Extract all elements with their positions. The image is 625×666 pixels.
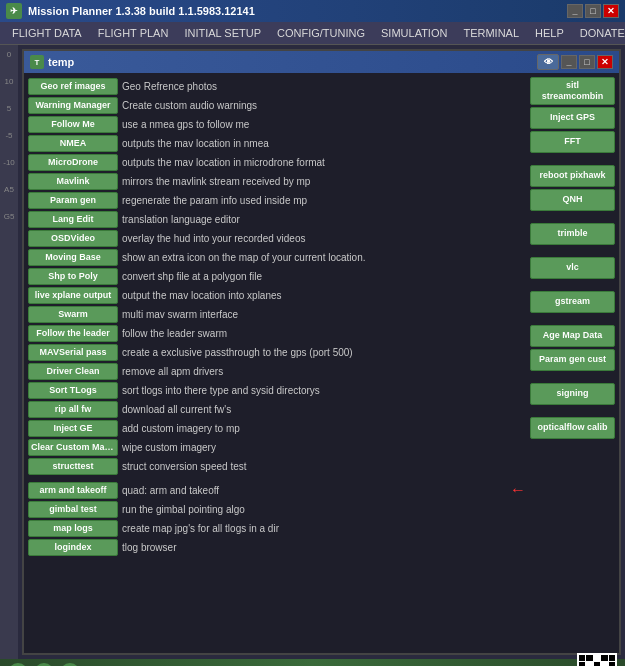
menu-description: create a exclusive passthrough to the gp… bbox=[122, 347, 526, 358]
menu-item-initial-setup[interactable]: INITIAL SETUP bbox=[176, 24, 269, 42]
menu-item-simulation[interactable]: SIMULATION bbox=[373, 24, 455, 42]
inner-window-icon: T bbox=[30, 55, 44, 69]
inner-close-button[interactable]: ✕ bbox=[597, 55, 613, 69]
menu-item-help[interactable]: HELP bbox=[527, 24, 572, 42]
menu-button-arm-and-takeoff[interactable]: arm and takeoff bbox=[28, 482, 118, 499]
menu-description: follow the leader swarm bbox=[122, 328, 526, 339]
menu-row: OSDVideooverlay the hud into your record… bbox=[28, 229, 526, 247]
menu-row: Mavlinkmirrors the mavlink stream receiv… bbox=[28, 172, 526, 190]
menu-description: remove all apm drivers bbox=[122, 366, 526, 377]
close-button[interactable]: ✕ bbox=[603, 4, 619, 18]
menu-description: outputs the mav location in nmea bbox=[122, 138, 526, 149]
menu-row: Driver Cleanremove all apm drivers bbox=[28, 362, 526, 380]
bottom-bar: 🚁 ✈ 🛩 模友之家 bbox=[0, 659, 625, 666]
menu-row: arm and takeoffquad: arm and takeoff← bbox=[28, 481, 526, 499]
right-button-qnh[interactable]: QNH bbox=[530, 189, 615, 211]
menu-button-driver-clean[interactable]: Driver Clean bbox=[28, 363, 118, 380]
menu-row: Swarmmulti mav swarm interface bbox=[28, 305, 526, 323]
menu-button-lang-edit[interactable]: Lang Edit bbox=[28, 211, 118, 228]
right-button-age-map-data[interactable]: Age Map Data bbox=[530, 325, 615, 347]
right-spacer-15 bbox=[530, 373, 615, 381]
maximize-button[interactable]: □ bbox=[585, 4, 601, 18]
qr-code bbox=[577, 653, 617, 666]
menu-description: multi mav swarm interface bbox=[122, 309, 526, 320]
menu-button-sort-tlogs[interactable]: Sort TLogs bbox=[28, 382, 118, 399]
menu-button-osdvideo[interactable]: OSDVideo bbox=[28, 230, 118, 247]
menu-button-follow-me[interactable]: Follow Me bbox=[28, 116, 118, 133]
menu-description: download all current fw's bbox=[122, 404, 526, 415]
menu-button-geo-ref-images[interactable]: Geo ref images bbox=[28, 78, 118, 95]
right-spacer-3 bbox=[530, 155, 615, 163]
menu-row: logindextlog browser bbox=[28, 538, 526, 556]
row-spacer-21 bbox=[28, 476, 526, 480]
menu-row: Follow Meuse a nmea gps to follow me bbox=[28, 115, 526, 133]
menu-item-config-tuning[interactable]: CONFIG/TUNING bbox=[269, 24, 373, 42]
menu-description: use a nmea gps to follow me bbox=[122, 119, 526, 130]
right-spacer-6 bbox=[530, 213, 615, 221]
menu-row: Clear Custom Mapswipe custom imagery bbox=[28, 438, 526, 456]
menu-row: Warning ManagerCreate custom audio warni… bbox=[28, 96, 526, 114]
menu-row: Follow the leaderfollow the leader swarm bbox=[28, 324, 526, 342]
right-button-param-gen-cust[interactable]: Param gen cust bbox=[530, 349, 615, 371]
menu-button-inject-ge[interactable]: Inject GE bbox=[28, 420, 118, 437]
menu-button-moving-base[interactable]: Moving Base bbox=[28, 249, 118, 266]
inner-minimize-button[interactable]: _ bbox=[561, 55, 577, 69]
menu-row: structteststruct conversion speed test bbox=[28, 457, 526, 475]
menu-button-gimbal-test[interactable]: gimbal test bbox=[28, 501, 118, 518]
arrow-annotation-icon: ← bbox=[510, 481, 526, 499]
menu-row: Param genregenerate the param info used … bbox=[28, 191, 526, 209]
menu-row: MAVSerial passcreate a exclusive passthr… bbox=[28, 343, 526, 361]
menu-description: wipe custom imagery bbox=[122, 442, 526, 453]
menu-description: sort tlogs into there type and sysid dir… bbox=[122, 385, 526, 396]
menu-row: gimbal testrun the gimbal pointing algo bbox=[28, 500, 526, 518]
right-button-opticalflow-calib[interactable]: opticalflow calib bbox=[530, 417, 615, 439]
menu-row: rip all fwdownload all current fw's bbox=[28, 400, 526, 418]
eye-button[interactable]: 👁 bbox=[537, 54, 559, 70]
menu-row: Inject GEadd custom imagery to mp bbox=[28, 419, 526, 437]
menu-button-follow-the-leader[interactable]: Follow the leader bbox=[28, 325, 118, 342]
content-area: Geo ref imagesGeo Refrence photosWarning… bbox=[24, 73, 619, 653]
right-spacer-12 bbox=[530, 315, 615, 323]
menu-button-shp-to-poly[interactable]: Shp to Poly bbox=[28, 268, 118, 285]
menu-item-donate[interactable]: DONATE bbox=[572, 24, 625, 42]
menu-button-microdrone[interactable]: MicroDrone bbox=[28, 154, 118, 171]
menu-button-structtest[interactable]: structtest bbox=[28, 458, 118, 475]
main-content: 0 10 5 -5 -10 A5 G5 T temp 👁 _ □ ✕ bbox=[0, 45, 625, 659]
right-button-reboot-pixhawk[interactable]: reboot pixhawk bbox=[530, 165, 615, 187]
right-button-fft[interactable]: FFT bbox=[530, 131, 615, 153]
menu-item-flight-plan[interactable]: FLIGHT PLAN bbox=[90, 24, 177, 42]
right-button-gstream[interactable]: gstream bbox=[530, 291, 615, 313]
menu-button-swarm[interactable]: Swarm bbox=[28, 306, 118, 323]
menu-description: tlog browser bbox=[122, 542, 526, 553]
menu-button-live-xplane-output[interactable]: live xplane output bbox=[28, 287, 118, 304]
menu-button-logindex[interactable]: logindex bbox=[28, 539, 118, 556]
menu-description: quad: arm and takeoff bbox=[122, 485, 502, 496]
right-button-trimble[interactable]: trimble bbox=[530, 223, 615, 245]
menu-button-mavlink[interactable]: Mavlink bbox=[28, 173, 118, 190]
minimize-button[interactable]: _ bbox=[567, 4, 583, 18]
inner-title-bar: T temp 👁 _ □ ✕ bbox=[24, 51, 619, 73]
menu-button-param-gen[interactable]: Param gen bbox=[28, 192, 118, 209]
right-button-vlc[interactable]: vlc bbox=[530, 257, 615, 279]
menu-button-mavserial-pass[interactable]: MAVSerial pass bbox=[28, 344, 118, 361]
menu-description: Create custom audio warnings bbox=[122, 100, 526, 111]
menu-description: Geo Refrence photos bbox=[122, 81, 526, 92]
menu-item-terminal[interactable]: TERMINAL bbox=[455, 24, 527, 42]
inner-maximize-button[interactable]: □ bbox=[579, 55, 595, 69]
menu-description: outputs the mav location in microdrone f… bbox=[122, 157, 526, 168]
menu-button-map-logs[interactable]: map logs bbox=[28, 520, 118, 537]
menu-description: add custom imagery to mp bbox=[122, 423, 526, 434]
right-spacer-10 bbox=[530, 281, 615, 289]
right-button-inject-gps[interactable]: Inject GPS bbox=[530, 107, 615, 129]
right-spacer-17 bbox=[530, 407, 615, 415]
menu-button-clear-custom-maps[interactable]: Clear Custom Maps bbox=[28, 439, 118, 456]
menu-button-nmea[interactable]: NMEA bbox=[28, 135, 118, 152]
right-button-signing[interactable]: signing bbox=[530, 383, 615, 405]
menu-button-warning-manager[interactable]: Warning Manager bbox=[28, 97, 118, 114]
right-button-sitl-streamcombin[interactable]: sitl streamcombin bbox=[530, 77, 615, 105]
menu-item-flight-data[interactable]: FLIGHT DATA bbox=[4, 24, 90, 42]
menu-button-rip-all-fw[interactable]: rip all fw bbox=[28, 401, 118, 418]
menu-description: overlay the hud into your recorded video… bbox=[122, 233, 526, 244]
menu-description: struct conversion speed test bbox=[122, 461, 526, 472]
menu-row: Moving Baseshow an extra icon on the map… bbox=[28, 248, 526, 266]
